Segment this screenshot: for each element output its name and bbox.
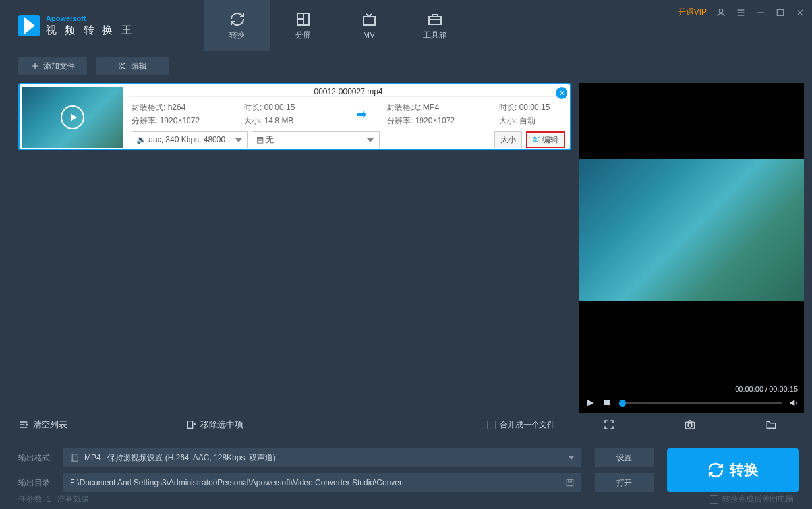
volume-button[interactable]	[788, 398, 799, 408]
film-icon	[70, 453, 79, 462]
app-title: 视 频 转 换 王	[46, 24, 134, 38]
checkbox-icon	[710, 495, 718, 504]
settings-button[interactable]: 设置	[594, 448, 654, 467]
clear-icon	[18, 419, 29, 430]
output-dir-label: 输出目录:	[18, 477, 57, 489]
user-icon[interactable]	[716, 7, 726, 18]
tab-toolbox[interactable]: 工具箱	[402, 0, 468, 51]
svg-point-8	[534, 140, 536, 142]
src-size: 大小: 14.8 MB	[244, 114, 336, 127]
src-duration: 时长: 00:00:15	[244, 101, 336, 114]
menu-icon[interactable]	[736, 7, 746, 18]
vip-link[interactable]: 开通VIP	[678, 7, 707, 18]
tab-convert[interactable]: 转换	[204, 0, 270, 51]
dst-resolution: 分辨率: 1920×1072	[387, 114, 479, 127]
svg-rect-14	[567, 479, 573, 485]
camera-icon[interactable]	[684, 419, 696, 431]
preview-frame	[579, 159, 804, 301]
dst-duration: 时长: 00:00:15	[499, 101, 565, 114]
toolbar-edit-button[interactable]: 编辑	[96, 57, 169, 75]
convert-button[interactable]: 转换	[667, 448, 799, 492]
toolbox-icon	[427, 11, 443, 27]
svg-point-7	[534, 137, 536, 139]
checkbox-icon	[487, 421, 496, 429]
scissors-icon	[118, 61, 127, 71]
stop-button[interactable]	[602, 398, 612, 408]
item-edit-button[interactable]: 编辑	[526, 131, 565, 148]
merge-checkbox[interactable]: 合并成一个文件	[487, 419, 555, 431]
svg-rect-4	[777, 9, 783, 15]
size-button[interactable]: 大小	[494, 131, 522, 148]
output-format-label: 输出格式:	[18, 452, 57, 464]
refresh-icon	[707, 462, 724, 479]
brand-label: Apowersoft	[46, 15, 134, 22]
fullscreen-icon[interactable]	[603, 419, 615, 431]
plus-icon	[30, 61, 40, 71]
audio-track-select[interactable]: 🔉 aac, 340 Kbps, 48000 ...	[132, 131, 248, 148]
save-icon	[566, 478, 575, 487]
svg-point-5	[119, 63, 122, 65]
src-codec: 封装格式: h264	[132, 101, 224, 114]
tab-split[interactable]: 分屏	[270, 0, 336, 51]
folder-icon[interactable]	[765, 419, 777, 431]
app-logo-icon	[18, 15, 40, 36]
dst-size: 大小: 自动	[499, 114, 565, 127]
svg-rect-10	[188, 421, 193, 429]
play-icon	[61, 105, 84, 129]
split-icon	[295, 11, 311, 27]
svg-rect-13	[71, 454, 78, 462]
shutdown-checkbox[interactable]: 转换完成后关闭电脑	[710, 494, 794, 505]
video-thumbnail[interactable]	[22, 87, 123, 148]
maximize-icon[interactable]	[775, 7, 786, 18]
minimize-icon[interactable]	[755, 7, 766, 18]
add-file-button[interactable]: 添加文件	[18, 57, 87, 75]
tab-mv[interactable]: MV	[336, 0, 402, 51]
svg-point-6	[119, 67, 122, 69]
src-resolution: 分辨率: 1920×1072	[132, 114, 224, 127]
close-icon[interactable]	[795, 7, 805, 18]
output-format-select[interactable]: MP4 - 保持源视频设置 (H.264; AAC, 128Kbps, 双声道)	[63, 448, 581, 467]
arrow-right-icon: ➡	[356, 106, 367, 122]
video-preview: 00:00:00 / 00:00:15	[579, 83, 804, 413]
progress-bar[interactable]	[619, 402, 782, 404]
speaker-icon: 🔉	[136, 135, 146, 144]
remove-selected-button[interactable]: 移除选中项	[186, 419, 243, 431]
scissors-icon	[533, 136, 540, 144]
clear-list-button[interactable]: 清空列表	[18, 419, 67, 431]
dst-codec: 封装格式: MP4	[387, 101, 479, 114]
svg-point-12	[688, 423, 692, 427]
subtitle-select[interactable]: ▤ 无	[252, 131, 380, 148]
status-text: 任务数: 1 准备就绪	[18, 494, 89, 505]
remove-icon	[186, 419, 196, 430]
file-name: 00012-000027.mp4	[129, 87, 567, 97]
file-item[interactable]: 00012-000027.mp4 封装格式: h264 分辨率: 1920×10…	[18, 83, 571, 150]
tv-icon	[361, 12, 377, 28]
remove-item-button[interactable]: ✕	[556, 87, 567, 99]
play-button[interactable]	[585, 398, 595, 408]
svg-rect-1	[363, 16, 375, 25]
svg-rect-9	[604, 400, 610, 405]
refresh-icon	[229, 11, 245, 27]
subtitle-icon: ▤	[256, 135, 264, 144]
time-display: 00:00:00 / 00:00:15	[735, 385, 798, 393]
svg-point-3	[719, 9, 722, 12]
